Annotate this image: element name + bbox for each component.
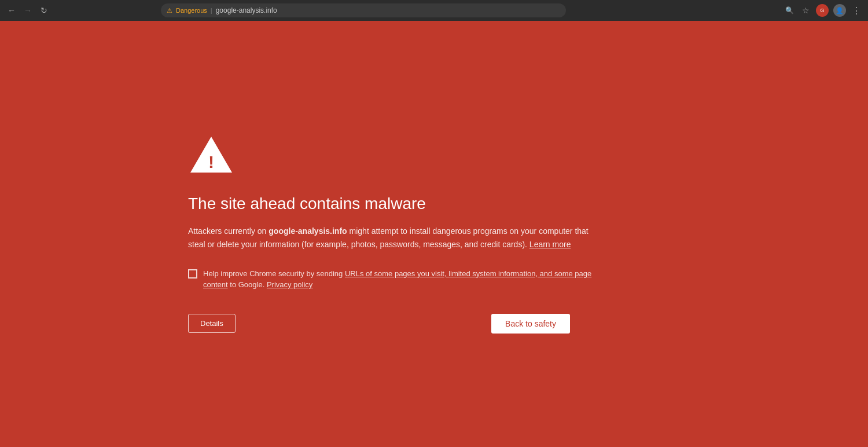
- address-warning-icon: ⚠: [167, 7, 172, 14]
- checkbox-suffix: to Google.: [228, 280, 265, 289]
- reload-icon: ↻: [41, 6, 47, 15]
- buttons-row: Details Back to safety: [188, 314, 570, 334]
- checkbox-label: Help improve Chrome security by sending …: [203, 268, 593, 291]
- page-description: Attackers currently on google-analysis.i…: [188, 225, 593, 251]
- dangerous-label: Dangerous: [176, 7, 207, 14]
- learn-more-link[interactable]: Learn more: [529, 240, 571, 249]
- avatar-icon: 👤: [836, 7, 844, 14]
- checkbox-prefix: Help improve Chrome security by sending: [203, 269, 345, 278]
- google-apps-button[interactable]: G: [816, 4, 829, 17]
- main-content: ! The site ahead contains malware Attack…: [0, 21, 868, 447]
- url-display: google-analysis.info: [216, 6, 277, 14]
- security-checkbox[interactable]: [188, 269, 197, 279]
- chrome-toolbar: ← → ↻ ⚠ Dangerous | google-analysis.info…: [0, 0, 868, 21]
- menu-icon: ⋮: [852, 5, 861, 16]
- zoom-button[interactable]: 🔍: [784, 5, 795, 16]
- warning-triangle-svg: !: [188, 134, 234, 175]
- back-icon: ←: [8, 6, 16, 15]
- back-button[interactable]: ←: [6, 5, 17, 16]
- google-apps-icon: G: [820, 8, 824, 13]
- bookmark-button[interactable]: ☆: [800, 5, 811, 16]
- privacy-policy-link[interactable]: Privacy policy: [267, 280, 312, 289]
- back-to-safety-button[interactable]: Back to safety: [491, 314, 570, 334]
- svg-text:!: !: [208, 152, 214, 171]
- details-button[interactable]: Details: [188, 314, 236, 333]
- star-icon: ☆: [802, 6, 810, 15]
- forward-icon: →: [24, 6, 32, 15]
- zoom-icon: 🔍: [785, 6, 794, 14]
- toolbar-right: 🔍 ☆ G 👤 ⋮: [784, 4, 862, 17]
- address-separator: |: [211, 7, 212, 14]
- malware-domain: google-analysis.info: [269, 226, 347, 236]
- forward-button[interactable]: →: [22, 5, 34, 16]
- checkbox-row: Help improve Chrome security by sending …: [188, 268, 593, 291]
- page-heading: The site ahead contains malware: [188, 195, 593, 213]
- profile-button[interactable]: 👤: [833, 4, 846, 17]
- warning-triangle: !: [188, 134, 593, 177]
- menu-button[interactable]: ⋮: [851, 5, 862, 16]
- description-prefix: Attackers currently on: [188, 226, 269, 236]
- warning-container: ! The site ahead contains malware Attack…: [188, 134, 593, 334]
- reload-button[interactable]: ↻: [38, 5, 50, 16]
- address-bar[interactable]: ⚠ Dangerous | google-analysis.info: [161, 3, 566, 17]
